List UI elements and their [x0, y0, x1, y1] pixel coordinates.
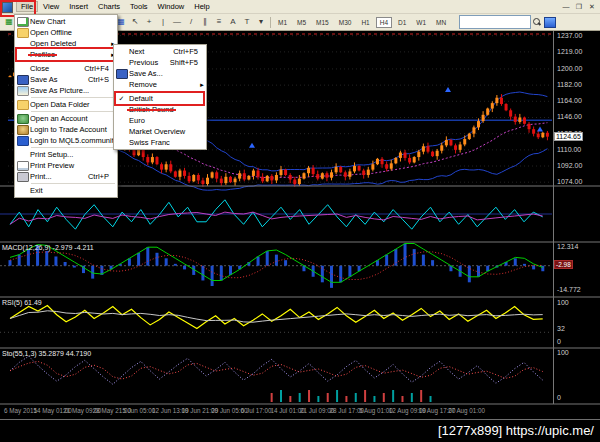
menu-item-label: Login to Trade Account [30, 125, 107, 134]
profiles-item-euro[interactable]: Euro [114, 115, 206, 126]
file-menu-item-print-[interactable]: Print...Ctrl+P [15, 171, 117, 182]
close-button[interactable]: ✕ [587, 3, 597, 11]
file-menu-item-login-to-mql5-community[interactable]: Login to MQL5.community [15, 135, 117, 146]
timeframe-mn[interactable]: MN [432, 17, 450, 28]
menubar-item-insert[interactable]: Insert [64, 1, 93, 12]
file-menu-item-open-data-folder[interactable]: Open Data Folder [15, 99, 117, 110]
minimize-button[interactable]: — [561, 3, 571, 11]
macd-top-label: 12.314 [557, 243, 578, 250]
file-menu-item-open-an-account[interactable]: Open an Account [15, 113, 117, 124]
menu-item-label: Open Deleted [30, 39, 76, 48]
account-icon [17, 114, 29, 124]
arrow-label-icon[interactable]: T [241, 16, 253, 28]
file-menu-item-profiles[interactable]: Profiles► [15, 49, 117, 60]
file-menu-item-save-as-picture-[interactable]: Save As Picture... [15, 85, 117, 96]
file-menu-item-print-setup-[interactable]: Print Setup... [15, 149, 117, 160]
profiles-item-previous[interactable]: PreviousShift+F5 [114, 57, 206, 68]
crosshair-icon[interactable]: + [143, 16, 155, 28]
price-scale-label: 1092.00 [557, 162, 582, 169]
file-menu-item-login-to-trade-account[interactable]: Login to Trade Account [15, 124, 117, 135]
profiles-item-british-pound[interactable]: British Pound [114, 104, 206, 115]
file-menu-item-print-preview[interactable]: Print Preview [15, 160, 117, 171]
menu-item-shortcut: Ctrl+S [88, 75, 114, 84]
preview-icon [17, 161, 29, 171]
menubar-item-window[interactable]: Window [153, 1, 190, 12]
menu-item-shortcut: Shift+F5 [170, 58, 203, 67]
folder-open-icon [17, 28, 29, 38]
cursor-icon[interactable]: ↖ [129, 16, 141, 28]
time-axis-label: 6 May 2015 [4, 407, 37, 414]
sto-top-label: 100 [557, 349, 569, 356]
menu-item-label: Default [129, 94, 153, 103]
shapes-dropdown-icon[interactable]: ▾ [255, 16, 267, 28]
timeframe-m15[interactable]: M15 [312, 17, 333, 28]
timeframe-w1[interactable]: W1 [412, 17, 430, 28]
menu-item-label: Save As Picture... [30, 86, 89, 95]
profiles-item-market-overview[interactable]: Market Overview [114, 126, 206, 137]
menu-item-label: Open Offline [30, 28, 72, 37]
folder-open-icon [15, 28, 30, 38]
app-logo-icon[interactable] [2, 2, 13, 13]
search-icon[interactable] [533, 18, 542, 27]
search-input[interactable] [459, 15, 531, 29]
sto-pane-label: Sto(55,1,3) 35.2879 44.7190 [2, 350, 91, 357]
price-scale-label: 1237.00 [557, 32, 582, 39]
profiles-item-save-as-[interactable]: Save As... [114, 68, 206, 79]
chart-icon [17, 17, 29, 27]
channel-icon[interactable]: ∥ [199, 16, 211, 28]
menu-item-label: British Pound [129, 105, 174, 114]
price-scale-label: 1146.00 [557, 113, 582, 120]
file-menu-item-new-chart[interactable]: New Chart [15, 16, 117, 27]
text-icon[interactable]: A [227, 16, 239, 28]
profiles-item-remove[interactable]: Remove► [114, 79, 206, 90]
toolbar-separator [270, 17, 271, 28]
timeframe-d1[interactable]: D1 [394, 17, 410, 28]
vertical-line-icon[interactable]: | [157, 16, 169, 28]
menu-separator [31, 97, 115, 98]
submenu-arrow-icon: ► [199, 82, 205, 88]
horizontal-line-icon[interactable]: — [171, 16, 183, 28]
menu-item-label: Login to MQL5.community [30, 136, 118, 145]
menubar-item-file[interactable]: File [16, 1, 38, 12]
file-menu-item-exit[interactable]: Exit [15, 185, 117, 196]
menu-bar: FileViewInsertChartsToolsWindowHelp —❐✕ [0, 0, 600, 14]
timeframe-m30[interactable]: M30 [335, 17, 356, 28]
restore-button[interactable]: ❐ [574, 3, 584, 11]
window-controls: —❐✕ [561, 3, 600, 11]
sto-bottom-label: 0 [557, 394, 561, 401]
price-scale-label: 1110.00 [557, 146, 581, 153]
timeframe-h1[interactable]: H1 [357, 17, 373, 28]
login-icon [17, 125, 29, 135]
check-icon: ✓ [114, 95, 129, 103]
menu-item-label: Print Setup... [30, 150, 73, 159]
menu-item-label: Previous [129, 58, 158, 67]
menu-item-label: Save As... [129, 69, 163, 78]
profiles-item-swiss-franc[interactable]: Swiss Franc [114, 137, 206, 148]
menubar-item-charts[interactable]: Charts [93, 1, 125, 12]
timeframe-m1[interactable]: M1 [274, 17, 291, 28]
price-scale-label: 1074.00 [557, 178, 582, 185]
file-menu-item-open-offline[interactable]: Open Offline [15, 27, 117, 38]
timeframe-h4[interactable]: H4 [376, 17, 392, 28]
menu-item-label: Market Overview [129, 127, 185, 136]
picture-icon [15, 86, 30, 96]
mt4-window: FileViewInsertChartsToolsWindowHelp —❐✕ … [0, 0, 600, 442]
file-menu-item-close[interactable]: CloseCtrl+F4 [15, 63, 117, 74]
profiles-item-next[interactable]: NextCtrl+F5 [114, 46, 206, 57]
timeframe-bar: M1M5M15M30H1H4D1W1MN [273, 17, 451, 28]
fibonacci-icon[interactable]: ≡ [213, 16, 225, 28]
menubar-item-tools[interactable]: Tools [125, 1, 153, 12]
market-watch-icon[interactable] [544, 17, 556, 28]
file-menu-item-open-deleted[interactable]: Open Deleted► [15, 38, 117, 49]
profiles-item-default[interactable]: ✓Default [114, 93, 206, 104]
trendline-icon[interactable]: / [185, 16, 197, 28]
time-axis-label: 5 Aug 01:00 [359, 407, 393, 414]
macd-pane-label: MACD(12,26,9) -2.979 -4.211 [2, 244, 94, 251]
menubar-item-view[interactable]: View [38, 1, 64, 12]
file-menu-item-save-as[interactable]: Save AsCtrl+S [15, 74, 117, 85]
menubar-item-help[interactable]: Help [189, 1, 214, 12]
timeframe-m5[interactable]: M5 [293, 17, 310, 28]
login-icon [15, 125, 30, 135]
rsi-pane-label: RSI(5) 61.49 [2, 299, 42, 306]
menu-items: FileViewInsertChartsToolsWindowHelp [16, 2, 215, 11]
